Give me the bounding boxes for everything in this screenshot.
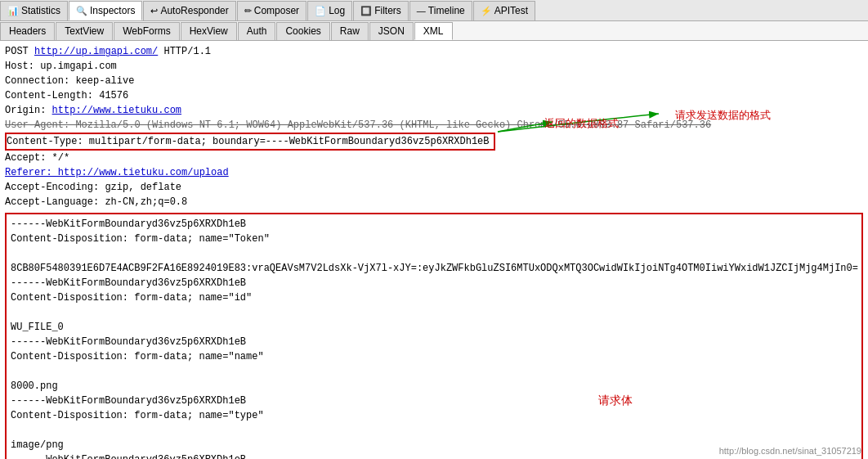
request-body-section: ------WebKitFormBoundaryd36vz5p6XRXDh1eB… bbox=[5, 213, 863, 459]
annotation-request-body: 请求体 bbox=[598, 394, 633, 408]
apitest-icon: ⚡ bbox=[481, 6, 492, 16]
subtab-raw[interactable]: Raw bbox=[331, 22, 369, 40]
statistics-icon: 📊 bbox=[7, 6, 19, 16]
composer-icon: ✏ bbox=[244, 6, 252, 16]
referer-link[interactable]: Referer: http://www.tietuku.com/upload bbox=[5, 167, 229, 178]
subtab-webforms[interactable]: WebForms bbox=[114, 22, 179, 40]
tab-filters[interactable]: 🔲 Filters bbox=[353, 1, 409, 20]
main-tab-bar: 📊 Statistics 🔍 Inspectors ↩ AutoResponde… bbox=[0, 0, 868, 21]
request-url-link[interactable]: http://up.imgapi.com/ bbox=[34, 46, 158, 57]
subtab-hexview[interactable]: HexView bbox=[181, 22, 237, 40]
content-wrapper: POST http://up.imgapi.com/ HTTP/1.1 Host… bbox=[5, 44, 863, 459]
subtab-cookies[interactable]: Cookies bbox=[276, 22, 329, 40]
subtab-auth[interactable]: Auth bbox=[238, 22, 276, 40]
body-part-1: ------WebKitFormBoundaryd36vz5p6XRXDh1eB… bbox=[11, 217, 857, 459]
app-container: 📊 Statistics 🔍 Inspectors ↩ AutoResponde… bbox=[0, 0, 868, 459]
tab-composer[interactable]: ✏ Composer bbox=[237, 1, 306, 20]
filters-icon: 🔲 bbox=[360, 6, 372, 16]
origin-link[interactable]: http://www.tietuku.com bbox=[52, 105, 181, 116]
autoresponder-icon: ↩ bbox=[150, 6, 158, 16]
request-line: POST http://up.imgapi.com/ HTTP/1.1 bbox=[5, 44, 863, 59]
subtab-textview[interactable]: TextView bbox=[56, 22, 113, 40]
tab-log[interactable]: 📄 Log bbox=[307, 1, 352, 20]
tab-apitest[interactable]: ⚡ APITest bbox=[473, 1, 535, 20]
log-icon: 📄 bbox=[315, 6, 326, 16]
tab-inspectors[interactable]: 🔍 Inspectors bbox=[69, 1, 142, 20]
subtab-xml[interactable]: XML bbox=[414, 22, 453, 40]
annotation-return-format: 返回的数据格式 bbox=[544, 116, 619, 131]
content-area: POST http://up.imgapi.com/ HTTP/1.1 Host… bbox=[0, 41, 868, 459]
subtab-headers[interactable]: Headers bbox=[0, 22, 55, 40]
tab-statistics[interactable]: 📊 Statistics bbox=[0, 1, 68, 20]
timeline-icon: — bbox=[417, 6, 426, 16]
sub-tab-bar: Headers TextView WebForms HexView Auth C… bbox=[0, 21, 868, 41]
inspectors-icon: 🔍 bbox=[76, 6, 87, 16]
tab-autoresponder[interactable]: ↩ AutoResponder bbox=[143, 1, 235, 20]
annotation-request-format: 请求发送数据的格式 bbox=[675, 108, 771, 123]
tab-timeline[interactable]: — Timeline bbox=[409, 1, 472, 20]
subtab-json[interactable]: JSON bbox=[369, 22, 414, 40]
headers-block: Host: up.imgapi.com Connection: keep-ali… bbox=[5, 59, 863, 209]
